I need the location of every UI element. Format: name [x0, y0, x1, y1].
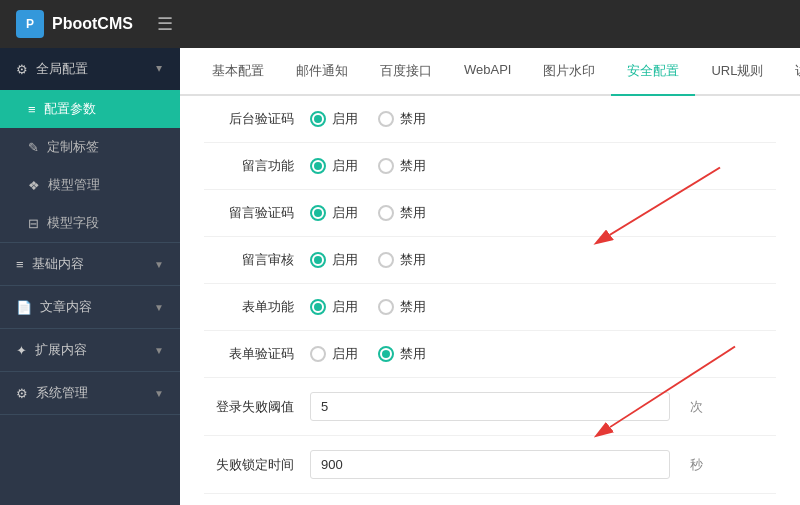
- radio-group-comment-captcha: 启用 禁用: [310, 204, 426, 222]
- tab-webapi[interactable]: WebAPI: [448, 48, 527, 96]
- radio-circle-form-function-disable: [378, 299, 394, 315]
- tab-security[interactable]: 安全配置: [611, 48, 695, 96]
- radio-form-captcha-disable[interactable]: 禁用: [378, 345, 426, 363]
- sidebar-group-header-basic-content[interactable]: ≡ 基础内容 ▼: [0, 243, 180, 285]
- label-comment-function: 留言功能: [204, 157, 294, 175]
- config-params-icon: ≡: [28, 102, 36, 117]
- radio-label-comment-audit-disable: 禁用: [400, 251, 426, 269]
- tab-mail[interactable]: 邮件通知: [280, 48, 364, 96]
- form-row-lockout-time: 失败锁定时间 秒: [204, 436, 776, 494]
- label-comment-audit: 留言审核: [204, 251, 294, 269]
- tab-baidu[interactable]: 百度接口: [364, 48, 448, 96]
- radio-backend-captcha-enable[interactable]: 启用: [310, 110, 358, 128]
- radio-label-comment-captcha-disable: 禁用: [400, 204, 426, 222]
- label-comment-captcha: 留言验证码: [204, 204, 294, 222]
- sidebar-item-label-config-params: 配置参数: [44, 100, 96, 118]
- radio-circle-comment-audit-disable: [378, 252, 394, 268]
- sidebar-group-header-system-mgmt[interactable]: ⚙ 系统管理 ▼: [0, 372, 180, 414]
- article-content-icon: 📄: [16, 300, 32, 315]
- radio-group-comment-audit: 启用 禁用: [310, 251, 426, 269]
- radio-comment-captcha-disable[interactable]: 禁用: [378, 204, 426, 222]
- radio-circle-comment-captcha-disable: [378, 205, 394, 221]
- hamburger-button[interactable]: ☰: [157, 13, 173, 35]
- radio-backend-captcha-disable[interactable]: 禁用: [378, 110, 426, 128]
- input-login-fail-threshold[interactable]: [310, 392, 670, 421]
- label-login-fail-threshold: 登录失败阈值: [204, 398, 294, 416]
- logo-icon: P: [16, 10, 44, 38]
- model-mgmt-icon: ❖: [28, 178, 40, 193]
- tab-visitor[interactable]: 访客信息: [779, 48, 800, 96]
- extend-content-icon: ✦: [16, 343, 27, 358]
- radio-comment-audit-enable[interactable]: 启用: [310, 251, 358, 269]
- form-content: 后台验证码 启用 禁用 留言功能: [180, 96, 800, 505]
- chevron-down-icon-article: ▼: [154, 302, 164, 313]
- tab-basic[interactable]: 基本配置: [196, 48, 280, 96]
- radio-label-comment-function-enable: 启用: [332, 157, 358, 175]
- radio-comment-function-enable[interactable]: 启用: [310, 157, 358, 175]
- sidebar-item-model-mgmt[interactable]: ❖ 模型管理: [0, 166, 180, 204]
- radio-form-function-disable[interactable]: 禁用: [378, 298, 426, 316]
- radio-label-form-captcha-disable: 禁用: [400, 345, 426, 363]
- radio-label-backend-captcha-disable: 禁用: [400, 110, 426, 128]
- sidebar-item-config-params[interactable]: ≡ 配置参数: [0, 90, 180, 128]
- radio-circle-comment-captcha-enable: [310, 205, 326, 221]
- label-form-captcha: 表单验证码: [204, 345, 294, 363]
- form-row-form-captcha: 表单验证码 启用 禁用: [204, 331, 776, 378]
- radio-comment-audit-disable[interactable]: 禁用: [378, 251, 426, 269]
- sidebar-group-extend-content: ✦ 扩展内容 ▼: [0, 329, 180, 372]
- sidebar-group-label-global-config: 全局配置: [36, 60, 88, 78]
- sidebar-item-model-fields[interactable]: ⊟ 模型字段: [0, 204, 180, 242]
- radio-label-comment-captcha-enable: 启用: [332, 204, 358, 222]
- sidebar-group-label-article-content: 文章内容: [40, 298, 92, 316]
- sidebar-group-label-basic-content: 基础内容: [32, 255, 84, 273]
- radio-label-backend-captcha-enable: 启用: [332, 110, 358, 128]
- radio-circle-comment-audit-enable: [310, 252, 326, 268]
- radio-circle-comment-function-enable: [310, 158, 326, 174]
- radio-form-function-enable[interactable]: 启用: [310, 298, 358, 316]
- content-area: 基本配置 邮件通知 百度接口 WebAPI 图片水印 安全配置 URL规则 访客…: [180, 48, 800, 505]
- input-lockout-time[interactable]: [310, 450, 670, 479]
- sidebar-group-system-mgmt: ⚙ 系统管理 ▼: [0, 372, 180, 415]
- form-row-comment-function: 留言功能 启用 禁用: [204, 143, 776, 190]
- header: P PbootCMS ☰: [0, 0, 800, 48]
- sidebar-group-basic-content: ≡ 基础内容 ▼: [0, 243, 180, 286]
- label-form-function: 表单功能: [204, 298, 294, 316]
- form-row-login-fail-threshold: 登录失败阈值 次: [204, 378, 776, 436]
- tab-url[interactable]: URL规则: [695, 48, 779, 96]
- form-wrapper: 后台验证码 启用 禁用 留言功能: [180, 96, 800, 505]
- logo-text: PbootCMS: [52, 15, 133, 33]
- radio-group-form-captcha: 启用 禁用: [310, 345, 426, 363]
- global-config-icon: ⚙: [16, 62, 28, 77]
- form-row-comment-audit: 留言审核 启用 禁用: [204, 237, 776, 284]
- label-lockout-time: 失败锁定时间: [204, 456, 294, 474]
- sidebar-group-label-extend-content: 扩展内容: [35, 341, 87, 359]
- basic-content-icon: ≡: [16, 257, 24, 272]
- chevron-down-icon-extend: ▼: [154, 345, 164, 356]
- sidebar-group-article-content: 📄 文章内容 ▼: [0, 286, 180, 329]
- radio-circle-backend-captcha-disable: [378, 111, 394, 127]
- sidebar-group-header-article-content[interactable]: 📄 文章内容 ▼: [0, 286, 180, 328]
- label-backend-captcha: 后台验证码: [204, 110, 294, 128]
- radio-comment-captcha-enable[interactable]: 启用: [310, 204, 358, 222]
- sidebar-group-header-extend-content[interactable]: ✦ 扩展内容 ▼: [0, 329, 180, 371]
- radio-group-backend-captcha: 启用 禁用: [310, 110, 426, 128]
- unit-login-fail-threshold: 次: [690, 398, 703, 416]
- radio-circle-comment-function-disable: [378, 158, 394, 174]
- sidebar-group-label-system-mgmt: 系统管理: [36, 384, 88, 402]
- radio-label-form-captcha-enable: 启用: [332, 345, 358, 363]
- radio-group-comment-function: 启用 禁用: [310, 157, 426, 175]
- chevron-down-icon-basic: ▼: [154, 259, 164, 270]
- radio-comment-function-disable[interactable]: 禁用: [378, 157, 426, 175]
- radio-form-captcha-enable[interactable]: 启用: [310, 345, 358, 363]
- radio-circle-form-captcha-enable: [310, 346, 326, 362]
- system-mgmt-icon: ⚙: [16, 386, 28, 401]
- sidebar-group-header-global-config[interactable]: ⚙ 全局配置 ▲: [0, 48, 180, 90]
- tab-watermark[interactable]: 图片水印: [527, 48, 611, 96]
- form-row-template-dir: 模板子目录 i: [204, 494, 776, 505]
- sidebar-item-custom-tags[interactable]: ✎ 定制标签: [0, 128, 180, 166]
- form-row-form-function: 表单功能 启用 禁用: [204, 284, 776, 331]
- form-row-comment-captcha: 留言验证码 启用 禁用: [204, 190, 776, 237]
- chevron-up-icon: ▲: [154, 64, 164, 75]
- unit-lockout-time: 秒: [690, 456, 703, 474]
- radio-label-comment-audit-enable: 启用: [332, 251, 358, 269]
